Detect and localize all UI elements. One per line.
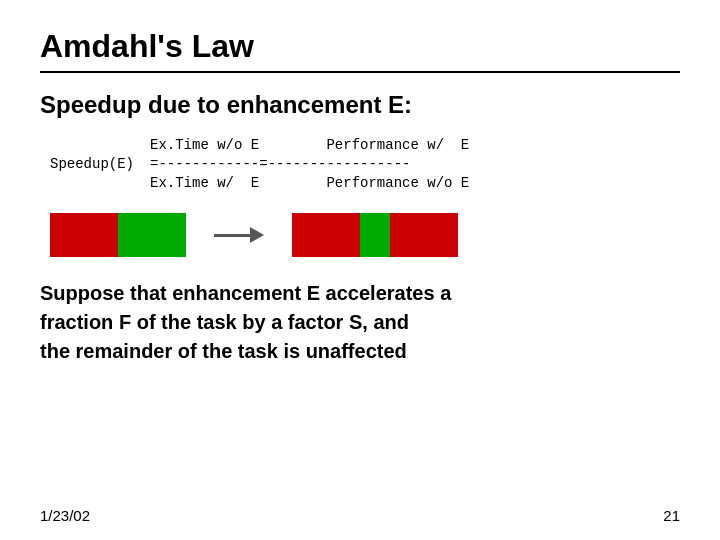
equals1: = [150,156,158,172]
spacing1 [259,137,326,153]
formula-spacer [50,137,150,153]
bar-green-right [360,213,390,257]
dashes-bottom: ----------------- [268,156,411,172]
spacing2 [259,175,326,191]
formula-middle-row: Speedup(E) = ------------ = ------------… [50,156,680,172]
numerator-top: Ex.Time w/o E [150,137,259,153]
formula-bottom-row: Ex.Time w/ E Performance w/o E [50,175,680,191]
footer: 1/23/02 21 [40,507,680,524]
equals2: = [259,156,267,172]
denominator-bottom: Performance w/o E [326,175,469,191]
slide-container: Amdahl's Law Speedup due to enhancement … [0,0,720,540]
dashes-top: ------------ [158,156,259,172]
slide-subtitle: Speedup due to enhancement E: [40,91,680,119]
denominator-top: Ex.Time w/ E [150,175,259,191]
formula-spacer2 [50,175,150,191]
arrow-line [214,234,250,237]
arrow [214,226,264,244]
arrow-head [250,227,264,243]
diagram-area [40,213,680,257]
arrow-container [186,226,292,244]
bar-group-right [292,213,458,257]
speedup-label: Speedup(E) [50,156,150,172]
bar-group-left [50,213,186,257]
numerator-bottom-label: Performance w/ E [326,137,469,153]
body-text: Suppose that enhancement E accelerates a… [40,279,680,366]
formula-block: Ex.Time w/o E Performance w/ E Speedup(E… [40,137,680,191]
footer-page: 21 [663,507,680,524]
formula-top-row: Ex.Time w/o E Performance w/ E [50,137,680,153]
body-line2: fraction F of the task by a factor S, an… [40,308,680,337]
body-line3: the remainder of the task is unaffected [40,337,680,366]
body-line1: Suppose that enhancement E accelerates a [40,279,680,308]
bar-red-right2 [390,213,458,257]
bar-red-right1 [292,213,360,257]
bar-red-left [50,213,118,257]
footer-date: 1/23/02 [40,507,90,524]
slide-title: Amdahl's Law [40,28,680,73]
bar-green-left [118,213,186,257]
